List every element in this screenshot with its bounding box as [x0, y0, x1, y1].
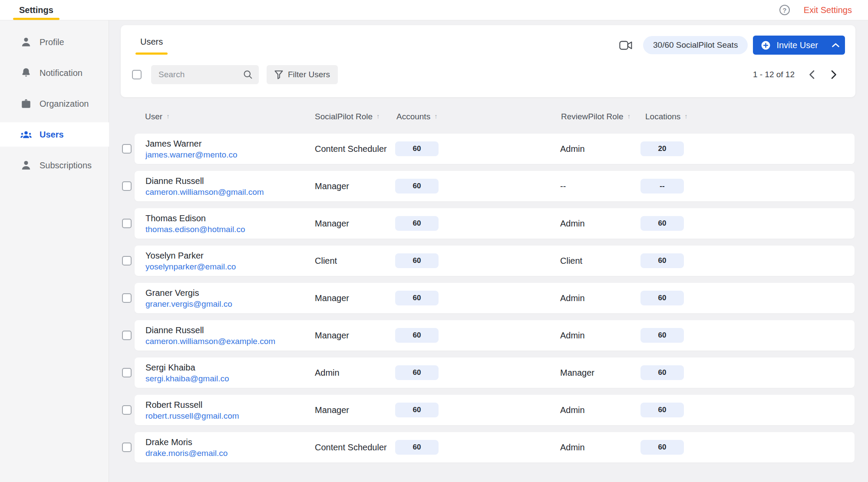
next-page-button[interactable] [829, 68, 839, 81]
chevron-right-icon [831, 70, 837, 79]
table-row: Drake Moris drake.moris@email.co Content… [121, 432, 855, 462]
chevron-left-icon [809, 70, 815, 79]
socialpilot-role-value: Manager [315, 219, 349, 229]
reviewpilot-role-value: Manager [560, 368, 594, 378]
reviewpilot-role-value: Admin [560, 293, 585, 303]
accounts-count-badge[interactable]: 60 [395, 179, 439, 193]
user-name: James Warner [145, 138, 237, 149]
reviewpilot-role-value: Client [560, 256, 582, 266]
user-email-link[interactable]: cameron.williamson@example.com [145, 337, 275, 346]
table-row: Robert Russell robert.russell@gmail.com … [121, 395, 855, 425]
socialpilot-role-value: Manager [315, 293, 349, 303]
socialpilot-role-value: Client [315, 256, 337, 266]
user-email-link[interactable]: james.warner@mento.co [145, 150, 237, 159]
help-icon[interactable]: ? [779, 5, 790, 15]
sidebar-item-notification[interactable]: Notification [0, 61, 109, 85]
locations-count-badge[interactable]: 20 [640, 141, 684, 156]
user-email-link[interactable]: robert.russell@gmail.com [145, 411, 239, 420]
row-checkbox[interactable] [122, 368, 132, 377]
invite-user-button[interactable]: Invite User [753, 36, 826, 55]
locations-count-badge[interactable]: 60 [640, 216, 684, 231]
table-row: Sergi Khaiba sergi.khaiba@gmail.co Admin… [121, 357, 855, 388]
sidebar-item-organization[interactable]: Organization [0, 92, 109, 116]
socialpilot-role-value: Manager [315, 405, 349, 415]
sort-asc-icon: ↑ [376, 112, 380, 120]
select-all-checkbox[interactable] [132, 70, 142, 79]
funnel-icon [274, 70, 283, 79]
column-header-locations[interactable]: Locations ↑ [645, 112, 688, 121]
accounts-count-badge[interactable]: 60 [395, 253, 439, 268]
accounts-count-badge[interactable]: 60 [395, 365, 439, 380]
settings-sidebar: Profile Notification Organization Users … [0, 20, 109, 482]
locations-count-badge[interactable]: 60 [640, 440, 684, 455]
tab-settings[interactable]: Settings [13, 0, 59, 20]
user-row-card: Dianne Russell cameron.williamson@exampl… [135, 320, 855, 351]
row-checkbox[interactable] [122, 256, 132, 266]
row-checkbox[interactable] [122, 293, 132, 303]
plus-circle-icon [761, 40, 771, 50]
accounts-count-badge[interactable]: 60 [395, 216, 439, 231]
reviewpilot-role-value: Admin [560, 144, 585, 154]
row-checkbox[interactable] [122, 144, 132, 154]
bell-icon [20, 67, 32, 79]
seats-counter-badge: 30/60 SocialPilot Seats [643, 36, 748, 54]
locations-count-badge[interactable]: 60 [640, 253, 684, 268]
person-icon [20, 36, 32, 48]
row-checkbox[interactable] [122, 405, 132, 415]
invite-user-dropdown-toggle[interactable] [826, 36, 845, 55]
accounts-count-badge[interactable]: 60 [395, 291, 439, 305]
table-header: User ↑ SocialPilot Role ↑ Accounts ↑ Rev… [121, 112, 855, 122]
user-name: Sergi Khaiba [145, 362, 229, 373]
chevron-up-icon [832, 43, 840, 48]
previous-page-button[interactable] [807, 68, 817, 81]
sort-asc-icon: ↑ [434, 112, 438, 120]
locations-count-badge[interactable]: 60 [640, 365, 684, 380]
column-header-socialpilot-role[interactable]: SocialPilot Role ↑ [315, 112, 380, 121]
column-header-user[interactable]: User ↑ [145, 112, 170, 121]
reviewpilot-role-value: -- [560, 181, 566, 191]
locations-count-badge[interactable]: 60 [640, 403, 684, 417]
main-content: Users 30/60 SocialPilot Seats Invite Use… [109, 20, 868, 482]
user-name: Drake Moris [145, 436, 228, 448]
exit-settings-link[interactable]: Exit Settings [804, 5, 852, 15]
sidebar-item-users[interactable]: Users [0, 122, 109, 147]
user-row-card: Thomas Edison thomas.edison@hotmail.co M… [135, 208, 855, 239]
tab-users[interactable]: Users [135, 37, 168, 55]
briefcase-icon [20, 98, 32, 109]
user-email-link[interactable]: thomas.edison@hotmail.co [145, 225, 245, 234]
users-toolbar-card: Users 30/60 SocialPilot Seats Invite Use… [121, 25, 855, 97]
accounts-count-badge[interactable]: 60 [395, 403, 439, 417]
sort-asc-icon: ↑ [166, 112, 170, 120]
row-checkbox[interactable] [122, 443, 132, 452]
user-email-link[interactable]: cameron.williamson@gmail.com [145, 187, 264, 197]
column-header-reviewpilot-role[interactable]: ReviewPilot Role ↑ [561, 112, 630, 121]
reviewpilot-role-value: Admin [560, 331, 585, 341]
user-row-card: Sergi Khaiba sergi.khaiba@gmail.co Admin… [135, 357, 855, 388]
row-checkbox[interactable] [122, 331, 132, 340]
user-email-link[interactable]: sergi.khaiba@gmail.co [145, 374, 229, 383]
user-name: Robert Russell [145, 399, 239, 410]
accounts-count-badge[interactable]: 60 [395, 141, 439, 156]
row-checkbox[interactable] [122, 181, 132, 191]
video-tutorial-icon[interactable] [619, 41, 633, 50]
user-email-link[interactable]: yoselynparker@email.co [145, 262, 236, 271]
user-email-link[interactable]: drake.moris@email.co [145, 449, 228, 458]
column-header-accounts[interactable]: Accounts ↑ [396, 112, 438, 121]
accounts-count-badge[interactable]: 60 [395, 328, 439, 343]
socialpilot-role-value: Content Scheduler [315, 144, 387, 154]
table-row: James Warner james.warner@mento.co Conte… [121, 134, 855, 164]
table-row: Yoselyn Parker yoselynparker@email.co Cl… [121, 246, 855, 276]
sidebar-item-profile[interactable]: Profile [0, 30, 109, 54]
locations-count-badge[interactable]: 60 [640, 328, 684, 343]
sidebar-item-subscriptions[interactable]: Subscriptions [0, 153, 109, 177]
filter-users-button[interactable]: Filter Users [267, 65, 338, 84]
user-email-link[interactable]: graner.vergis@gmail.co [145, 299, 232, 308]
user-row-card: Yoselyn Parker yoselynparker@email.co Cl… [135, 246, 855, 276]
topbar: Settings ? Exit Settings [0, 0, 868, 20]
search-input[interactable] [151, 65, 259, 84]
accounts-count-badge[interactable]: 60 [395, 440, 439, 455]
user-name: Thomas Edison [145, 213, 245, 224]
row-checkbox[interactable] [122, 219, 132, 228]
locations-count-badge[interactable]: 60 [640, 291, 684, 305]
locations-count-badge[interactable]: -- [640, 179, 684, 193]
